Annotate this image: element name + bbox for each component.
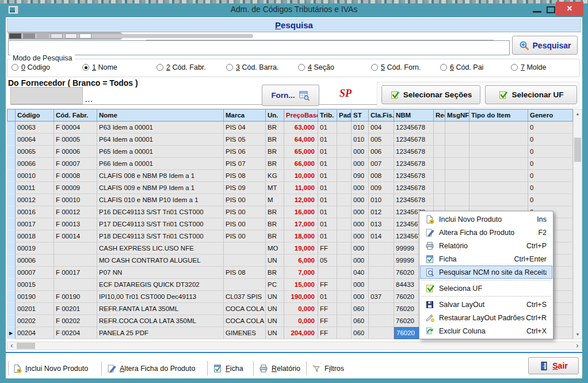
cell-clafis[interactable] [369, 242, 394, 255]
row-selector current-row-indicator[interactable]: ▶ [7, 327, 16, 339]
cell-st[interactable]: 000 [352, 182, 369, 194]
cell-nome[interactable]: REFR.FANTA LATA 350ML [97, 303, 224, 315]
menu-item-excluir-coluna[interactable]: Excluir ColunaCtrl+X [420, 324, 552, 338]
row-selector[interactable] [7, 194, 16, 206]
cell-codigo[interactable]: 00204 [16, 327, 54, 339]
scroll-right-arrow[interactable]: › [573, 342, 582, 350]
cell-msgnf[interactable] [445, 146, 469, 158]
cell-un[interactable]: UN [266, 315, 284, 327]
cell-st[interactable]: 010 [352, 134, 369, 146]
cell-clafis[interactable] [369, 267, 394, 279]
menu-item-relatorio[interactable]: RelatórioCtrl+P [420, 239, 552, 252]
cell-codigo[interactable]: 00012 [16, 194, 54, 206]
cell-padr[interactable] [337, 291, 352, 303]
cell-trib[interactable]: 01 [318, 134, 337, 146]
table-row[interactable]: 00066F 00007P66 Idem a 00001PIS 07BR66,0… [7, 158, 573, 170]
cell-red[interactable] [434, 182, 445, 194]
cell-trib[interactable]: FF [318, 279, 337, 291]
cell-preco[interactable]: 19,000 [284, 242, 318, 255]
minimize-button[interactable] [533, 11, 541, 13]
cell-nome[interactable]: MO CASH CONTRATO ALUGUEL [97, 255, 224, 267]
supplier-button[interactable]: Forn... [262, 85, 319, 106]
cell-fabr[interactable]: F 00204 [54, 327, 97, 339]
scroll-down-arrow[interactable]: ▼ [574, 330, 582, 339]
search-input[interactable] [8, 40, 510, 55]
exit-button[interactable]: Sair [528, 357, 579, 374]
cell-tipo[interactable] [469, 134, 528, 146]
cell-padr[interactable] [337, 206, 352, 218]
cell-preco[interactable]: 0,000 [284, 315, 318, 327]
cell-codigo[interactable]: 00063 [16, 122, 54, 134]
cell-preco[interactable]: 66,000 [284, 158, 318, 170]
cell-trib[interactable]: 01 [318, 146, 337, 158]
cell-padr[interactable] [337, 315, 352, 327]
cell-fabr[interactable] [54, 255, 97, 267]
cell-marca[interactable]: PIS 08 [224, 170, 266, 182]
cell-un[interactable]: BR [266, 134, 284, 146]
cell-nbm[interactable]: 12345678 [394, 146, 434, 158]
cell-fabr[interactable]: F 00009 [54, 182, 97, 194]
cell-un[interactable]: BR [266, 122, 284, 134]
radio-5-cod-forn[interactable]: 5 Cód. Forn. [371, 63, 421, 71]
toolbar-relatorio[interactable]: Relatório [259, 362, 300, 376]
cell-trib[interactable]: FF [318, 315, 337, 327]
table-row[interactable]: 00065F 00006P65 Idem a 00001PIS 06BR65,0… [7, 146, 573, 158]
menu-item-pesquisar-ncm-no-site-da-receita[interactable]: Pesquisar NCM no site da Receita [420, 266, 552, 279]
cell-padr[interactable] [337, 255, 352, 267]
cell-clafis[interactable]: 004 [369, 122, 394, 134]
cell-padr[interactable] [337, 122, 352, 134]
column-header-msgnf[interactable]: MsgNF [445, 109, 469, 122]
cell-msgnf[interactable] [445, 170, 469, 182]
cell-padr[interactable] [337, 242, 352, 255]
cell-padr[interactable] [337, 170, 352, 182]
cell-trib[interactable]: FF [318, 327, 337, 339]
cell-preco[interactable]: 64,000 [284, 134, 318, 146]
menu-item-salvar-layout[interactable]: Salvar LayOutCtrl+S [420, 298, 552, 311]
cell-fabr[interactable]: F 00006 [54, 146, 97, 158]
cell-un[interactable]: UN [266, 327, 284, 339]
cell-clafis[interactable]: 007 [369, 158, 394, 170]
cell-fabr[interactable]: F 00008 [54, 170, 97, 182]
cell-trib[interactable]: 01 [318, 158, 337, 170]
cell-un[interactable]: UN [266, 255, 284, 267]
cell-marca[interactable]: PIS 00 [224, 230, 266, 242]
cell-clafis[interactable]: 013 [369, 218, 394, 230]
cell-preco[interactable]: 204,000 [284, 327, 318, 339]
cell-nome[interactable]: P65 Idem a 00001 [97, 146, 224, 158]
column-header-trib[interactable]: Trib. [318, 109, 337, 122]
cell-trib[interactable]: 01 [318, 182, 337, 194]
cell-nome[interactable]: CLAFIS 010 e NBM P10 Idem a 1 [97, 194, 224, 206]
cell-codigo[interactable]: 00201 [16, 303, 54, 315]
toolbar-inclui-novo-produto[interactable]: Inclui Novo Produto [13, 362, 88, 376]
cell-un[interactable]: UN [266, 291, 284, 303]
cell-codigo[interactable]: 00018 [16, 230, 54, 242]
cell-fabr[interactable]: F 00202 [54, 315, 97, 327]
maximize-button[interactable] [547, 6, 555, 13]
cell-tipo[interactable] [469, 146, 528, 158]
cell-nome[interactable]: P16 DEC49113 S/ST Tri01 CST000 [97, 206, 224, 218]
scroll-up-arrow[interactable]: ▲ [574, 109, 582, 118]
cell-red[interactable] [434, 194, 445, 206]
cell-un[interactable]: BR [266, 146, 284, 158]
row-selector[interactable] [7, 158, 16, 170]
cell-trib[interactable]: 01 [318, 218, 337, 230]
cell-marca[interactable]: PIS 07 [224, 158, 266, 170]
cell-st[interactable]: 010 [352, 122, 369, 134]
cell-trib[interactable]: FF [318, 242, 337, 255]
cell-st[interactable]: 000 [352, 206, 369, 218]
cell-clafis[interactable]: 006 [369, 146, 394, 158]
cell-codigo[interactable]: 00066 [16, 158, 54, 170]
cell-nome[interactable]: P07 NN [97, 267, 224, 279]
cell-nbm[interactable]: 12345678 [394, 158, 434, 170]
cell-st[interactable]: 000 [352, 242, 369, 255]
cell-codigo[interactable]: 00006 [16, 255, 54, 267]
cell-trib[interactable]: 01 [318, 291, 337, 303]
cell-padr[interactable] [337, 279, 352, 291]
cell-msgnf[interactable] [445, 134, 469, 146]
cell-padr[interactable] [337, 218, 352, 230]
column-header-fabr[interactable]: Cód. Fabr. [54, 109, 97, 122]
column-header-codigo[interactable]: Código [16, 109, 54, 122]
cell-marca[interactable] [224, 242, 266, 255]
cell-preco[interactable]: 16,000 [284, 206, 318, 218]
cell-padr[interactable] [337, 158, 352, 170]
